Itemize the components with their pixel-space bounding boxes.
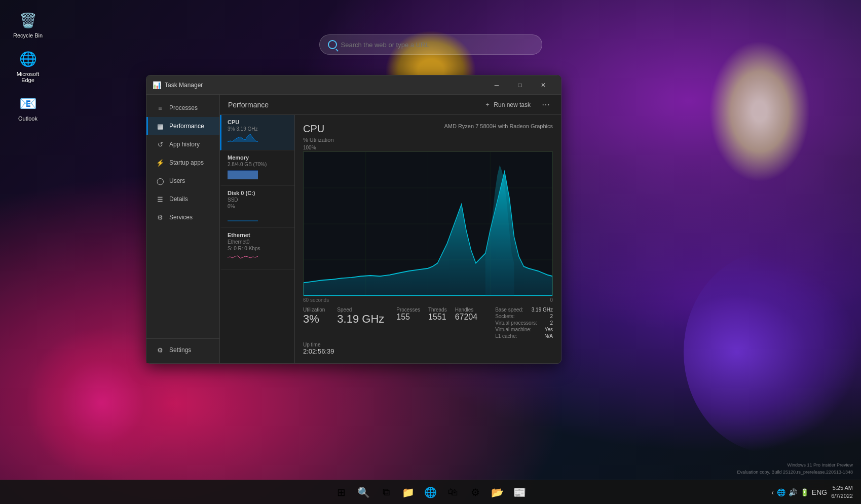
stat-processes: Processes 155 [396,307,420,322]
base-speed-label: Base speed: [495,307,523,313]
device-sub-memory: 2.8/4.0 GB (70%) [228,162,288,167]
taskbar: ⊞ 🔍 ⧉ 📁 🌐 🛍 ⚙ 📂 📰 ‹ 🌐 🔊 🔋 ENG 5:25 AM 6/… [0,480,861,504]
clock-date: 6/7/2022 [831,492,853,500]
search-input[interactable] [341,41,534,49]
run-task-icon: ＋ [484,100,491,109]
sidebar-item-startup-apps[interactable]: ⚡ Startup apps [146,153,219,172]
settings-taskbar-button[interactable]: ⚙ [465,482,485,502]
start-button[interactable]: ⊞ [331,482,352,502]
speed-label: Speed [337,307,384,313]
tray-battery[interactable]: 🔋 [800,488,809,496]
run-new-task-button[interactable]: ＋ Run new task [480,98,535,111]
page-title: Performance [228,101,269,109]
util-value: 3% [303,313,325,326]
graph-left-label: 60 seconds [303,297,329,303]
taskbar-right: ‹ 🌐 🔊 🔋 ENG 5:25 AM 6/7/2022 [771,484,853,500]
device-sub-disk1: SSD [228,197,288,203]
sockets-label: Sockets: [495,314,514,319]
device-item-memory[interactable]: Memory 2.8/4.0 GB (70%) [220,150,294,186]
close-button[interactable]: ✕ [532,77,555,93]
edge-taskbar-button[interactable]: 🌐 [421,482,441,502]
device-name-ethernet: Ethernet [228,232,288,238]
titlebar: 📊 Task Manager ─ □ ✕ [146,75,561,95]
vm-value: Yes [545,327,553,332]
store-taskbar-button[interactable]: 🛍 [443,482,463,502]
stat-utilization: Utilization 3% [303,307,325,326]
uptime-value: 2:02:56:39 [303,347,553,355]
sidebar-item-processes[interactable]: ≡ Processes [146,99,219,117]
news-taskbar-button[interactable]: 📰 [510,482,530,502]
sidebar-item-settings[interactable]: ⚙ Settings [146,341,219,359]
stat-handles: Handles 67204 [455,307,478,322]
window-controls: ─ □ ✕ [485,77,555,93]
device-name-memory: Memory [228,154,288,161]
stat-row-base-speed: Base speed: 3.19 GHz [495,307,553,313]
tm-main-header: Performance ＋ Run new task ⋯ [220,95,561,115]
disk-mini-chart [228,209,258,221]
sidebar-label-services: Services [169,214,193,221]
tray-lang[interactable]: ENG [812,488,827,496]
cpu-graph-svg [304,152,552,296]
speed-value: 3.19 GHz [337,313,384,326]
memory-mini-chart [228,167,258,179]
device-sub-eth1: Ethernet0 [228,239,288,245]
maximize-button[interactable]: □ [508,77,532,93]
explorer-taskbar-button[interactable]: 📂 [488,482,508,502]
startup-icon: ⚡ [156,159,164,167]
tm-main: Performance ＋ Run new task ⋯ CPU 3% 3.19 [220,95,561,363]
stat-counts: Processes 155 Threads 1551 Handles 67204 [396,307,477,322]
sidebar-item-app-history[interactable]: ↺ App history [146,135,219,153]
device-item-disk[interactable]: Disk 0 (C:) SSD 0% [220,186,294,228]
tray-volume[interactable]: 🔊 [789,488,797,496]
stat-row-vm: Virtual machine: Yes [495,327,553,332]
cpu-stats-row: Utilization 3% Speed 3.19 GHz Processes [303,307,553,339]
task-manager-window: 📊 Task Manager ─ □ ✕ ≡ Processes ▦ Perfo… [146,75,561,364]
sidebar-label-startup: Startup apps [169,159,204,166]
tm-title-text: Task Manager [165,82,481,89]
cpu-util-label: % Utilization [303,137,553,143]
cpu-graph-footer: 60 seconds 0 [303,297,553,303]
tm-sidebar: ≡ Processes ▦ Performance ↺ App history … [146,95,220,363]
device-item-cpu[interactable]: CPU 3% 3.19 GHz [220,115,294,150]
windows-watermark: Windows 11 Pro Insider Preview Evaluatio… [737,462,853,476]
microsoft-edge-icon[interactable]: 🌐 Microsoft Edge [10,49,46,83]
stat-row-l1: L1 cache: N/A [495,333,553,339]
device-sub-cpu: 3% 3.19 GHz [228,126,288,132]
desktop-icons: 🗑️ Recycle Bin 🌐 Microsoft Edge 📧 Outloo… [10,10,46,122]
task-view-button[interactable]: ⧉ [376,482,396,502]
run-task-label: Run new task [494,101,531,108]
handles-label: Handles [455,307,478,313]
device-sub-disk2: 0% [228,204,288,209]
recycle-bin-icon[interactable]: 🗑️ Recycle Bin [10,10,46,38]
sidebar-item-services[interactable]: ⚙ Services [146,208,219,226]
search-button[interactable]: 🔍 [354,482,374,502]
sidebar-label-app-history: App history [169,141,200,148]
services-icon: ⚙ [156,213,164,221]
sidebar-item-performance[interactable]: ▦ Performance [146,117,219,135]
handles-value: 67204 [455,313,478,322]
more-options-button[interactable]: ⋯ [539,98,553,112]
device-item-ethernet[interactable]: Ethernet Ethernet0 S: 0 R: 0 Kbps [220,228,294,270]
sidebar-item-details[interactable]: ☰ Details [146,190,219,208]
search-icon [328,40,337,49]
sidebar-item-users[interactable]: ◯ Users [146,172,219,190]
searchbar[interactable] [319,34,542,55]
system-clock[interactable]: 5:25 AM 6/7/2022 [831,484,853,500]
tray-chevron[interactable]: ‹ [771,488,774,496]
uptime-label: Up time [303,342,553,347]
cpu-graph [303,151,553,296]
tm-perf-area: CPU 3% 3.19 GHz Memory 2.8/4.0 GB (70%) [220,115,561,363]
l1-value: N/A [544,333,553,339]
file-explorer-button[interactable]: 📁 [398,482,419,502]
clock-time: 5:25 AM [831,484,853,492]
graph-right-label: 0 [550,297,553,303]
thread-value: 1551 [428,313,447,322]
outlook-icon[interactable]: 📧 Outlook [10,93,46,122]
proc-value: 155 [396,313,420,322]
minimize-button[interactable]: ─ [485,77,508,93]
stat-row-sockets: Sockets: 2 [495,314,553,319]
cpu-model: AMD Ryzen 7 5800H with Radeon Graphics [444,123,553,129]
tray-network[interactable]: 🌐 [777,488,785,496]
vp-label: Virtual processors: [495,320,537,326]
device-name-disk: Disk 0 (C:) [228,190,288,196]
